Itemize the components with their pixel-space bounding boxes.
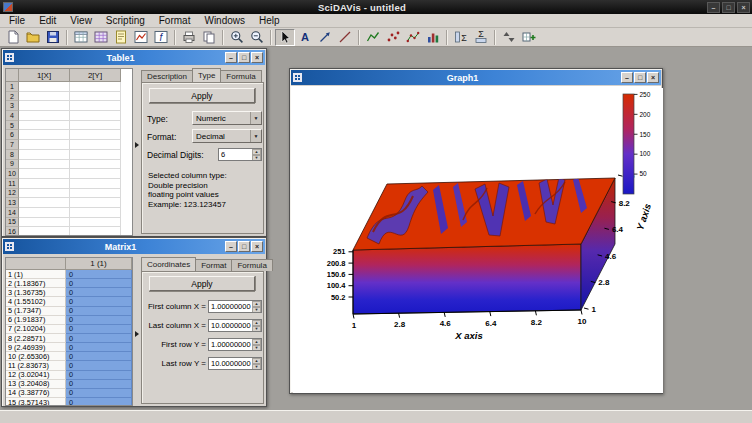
chevron-down-icon[interactable]: ▼ xyxy=(250,112,261,124)
matrix-cell[interactable]: 0 xyxy=(66,279,132,288)
table-cell[interactable] xyxy=(70,92,121,102)
print-button[interactable] xyxy=(179,29,199,46)
row-header[interactable]: 10 xyxy=(6,169,19,179)
row-header[interactable]: 5 xyxy=(6,121,19,131)
matrix-cell[interactable]: 0 xyxy=(66,307,132,316)
table-cell[interactable] xyxy=(70,140,121,150)
matrix-cell[interactable]: 0 xyxy=(66,361,132,370)
matrix1-column-header[interactable]: 1 (1) xyxy=(66,258,132,270)
spin-down-icon[interactable]: ▼ xyxy=(252,155,261,161)
new-function-plot-button[interactable]: f xyxy=(151,29,171,46)
add-text-button[interactable]: A xyxy=(295,29,315,46)
table-cell[interactable] xyxy=(70,189,121,199)
table1-close-button[interactable]: × xyxy=(251,52,263,63)
chevron-down-icon[interactable]: ▼ xyxy=(250,130,261,142)
row-header[interactable]: 12 xyxy=(6,189,19,199)
table-cell[interactable] xyxy=(19,121,70,131)
menu-edit[interactable]: Edit xyxy=(32,14,63,28)
menu-scripting[interactable]: Scripting xyxy=(99,14,152,28)
table-cell[interactable] xyxy=(19,179,70,189)
new-note-button[interactable] xyxy=(111,29,131,46)
table-cell[interactable] xyxy=(70,111,121,121)
row-statistics-button[interactable]: Σ xyxy=(471,29,491,46)
table-cell[interactable] xyxy=(70,169,121,179)
pointer-tool-button[interactable] xyxy=(275,29,295,46)
table1-tab-type[interactable]: Type xyxy=(192,68,221,82)
table-cell[interactable] xyxy=(19,150,70,160)
table-cell[interactable] xyxy=(19,227,70,236)
table-cell[interactable] xyxy=(70,121,121,131)
spin-down-icon[interactable]: ▼ xyxy=(252,345,261,351)
row-header[interactable]: 7 xyxy=(6,140,19,150)
graph1-close-button[interactable]: × xyxy=(647,72,659,83)
matrix-cell[interactable]: 0 xyxy=(66,371,132,380)
graph1-title-bar[interactable]: Graph1 – □ × xyxy=(291,70,661,85)
open-project-button[interactable] xyxy=(23,29,43,46)
app-maximize-button[interactable]: □ xyxy=(722,2,735,13)
matrix-row-header[interactable]: 15 (3.57143) xyxy=(6,398,66,406)
table-cell[interactable] xyxy=(70,101,121,111)
new-table-button[interactable] xyxy=(71,29,91,46)
menu-view[interactable]: View xyxy=(63,14,99,28)
row-header[interactable]: 11 xyxy=(6,179,19,189)
matrix-cell[interactable]: 0 xyxy=(66,380,132,389)
table-cell[interactable] xyxy=(19,82,70,92)
matrix1-minimize-button[interactable]: – xyxy=(225,241,237,252)
table-cell[interactable] xyxy=(70,82,121,92)
table-cell[interactable] xyxy=(19,130,70,140)
zoom-in-button[interactable] xyxy=(227,29,247,46)
matrix-cell[interactable]: 0 xyxy=(66,297,132,306)
table-cell[interactable] xyxy=(70,227,121,236)
table-cell[interactable] xyxy=(70,218,121,228)
menu-file[interactable]: File xyxy=(2,14,32,28)
matrix1-tab-formula[interactable]: Formula xyxy=(231,259,272,271)
spin-down-icon[interactable]: ▼ xyxy=(252,307,261,313)
matrix-cell[interactable]: 0 xyxy=(66,325,132,334)
menu-format[interactable]: Format xyxy=(152,14,198,28)
matrix1-corner-header[interactable] xyxy=(6,258,66,270)
menu-help[interactable]: Help xyxy=(252,14,287,28)
table1-title-bar[interactable]: Table1 – □ × xyxy=(3,50,265,65)
row-header[interactable]: 4 xyxy=(6,111,19,121)
table1-tab-description[interactable]: Description xyxy=(141,70,193,82)
graph1-maximize-button[interactable]: □ xyxy=(634,72,646,83)
spin-down-icon[interactable]: ▼ xyxy=(252,326,261,332)
add-column-button[interactable] xyxy=(519,29,539,46)
table-cell[interactable] xyxy=(70,150,121,160)
row-header[interactable]: 1 xyxy=(6,82,19,92)
table-cell[interactable] xyxy=(70,198,121,208)
matrix1-field-spinbox-0[interactable]: 1.00000000▲▼ xyxy=(208,300,262,313)
row-header[interactable]: 14 xyxy=(6,208,19,218)
row-header[interactable]: 6 xyxy=(6,130,19,140)
table-cell[interactable] xyxy=(70,208,121,218)
spin-down-icon[interactable]: ▼ xyxy=(252,364,261,370)
matrix1-title-bar[interactable]: Matrix1 – □ × xyxy=(3,239,265,254)
decimal-digits-spinbox[interactable]: 6 ▲▼ xyxy=(218,148,262,161)
matrix-cell[interactable]: 0 xyxy=(66,270,132,279)
table-cell[interactable] xyxy=(19,140,70,150)
matrix-cell[interactable]: 0 xyxy=(66,343,132,352)
table1-corner-header[interactable] xyxy=(6,69,19,82)
new-matrix-button[interactable] xyxy=(91,29,111,46)
table-cell[interactable] xyxy=(19,189,70,199)
table-cell[interactable] xyxy=(19,101,70,111)
matrix-cell[interactable]: 0 xyxy=(66,316,132,325)
type-combobox[interactable]: Numeric ▼ xyxy=(192,111,262,125)
matrix-cell[interactable]: 0 xyxy=(66,334,132,343)
matrix-cell[interactable]: 0 xyxy=(66,398,132,406)
save-project-button[interactable] xyxy=(43,29,63,46)
plot-scatter-button[interactable] xyxy=(383,29,403,46)
table-cell[interactable] xyxy=(19,160,70,170)
table1-maximize-button[interactable]: □ xyxy=(238,52,250,63)
matrix-cell[interactable]: 0 xyxy=(66,352,132,361)
duplicate-window-button[interactable] xyxy=(199,29,219,46)
new-project-button[interactable] xyxy=(3,29,23,46)
table-cell[interactable] xyxy=(70,130,121,140)
app-minimize-button[interactable]: – xyxy=(707,2,720,13)
plot-line-button[interactable] xyxy=(363,29,383,46)
matrix-cell[interactable]: 0 xyxy=(66,288,132,297)
matrix1-field-spinbox-3[interactable]: 10.0000000▲▼ xyxy=(208,357,262,370)
draw-line-button[interactable] xyxy=(335,29,355,46)
table1-column-header-1[interactable]: 1[X] xyxy=(19,69,70,82)
matrix1-field-spinbox-2[interactable]: 1.00000000▲▼ xyxy=(208,338,262,351)
